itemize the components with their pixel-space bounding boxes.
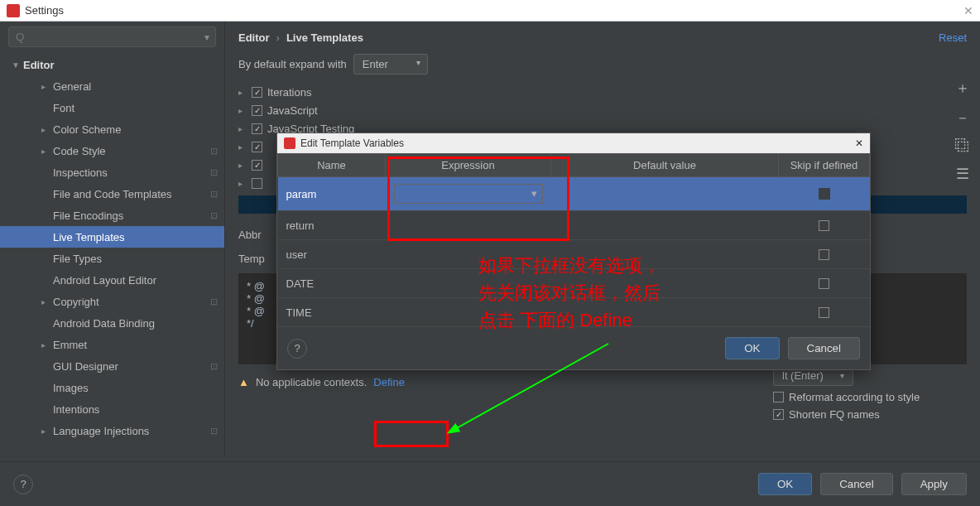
warning-text: No applicable contexts. [256, 376, 367, 388]
tree-item-live-templates[interactable]: Live Templates [0, 226, 224, 248]
help-icon[interactable]: ? [13, 475, 33, 494]
dialog-app-icon [284, 137, 295, 149]
template-group[interactable]: ▸✓JavaScript [238, 101, 967, 119]
tree-item-inspections[interactable]: Inspections⊡ [0, 161, 224, 183]
variable-row[interactable]: TIME [278, 298, 870, 327]
skip-checkbox[interactable] [819, 307, 829, 318]
breadcrumb-root: Editor [238, 31, 270, 44]
breadcrumb-sep: › [276, 31, 280, 44]
close-icon[interactable]: ✕ [963, 4, 973, 17]
apply-button[interactable]: Apply [901, 473, 967, 495]
column-header: Expression [386, 154, 551, 177]
tree-item-font[interactable]: Font [0, 97, 224, 118]
skip-checkbox[interactable] [819, 220, 829, 231]
skip-checkbox[interactable] [819, 249, 829, 260]
cancel-button[interactable]: Cancel [820, 473, 893, 495]
window-title: Settings [25, 4, 64, 17]
template-group[interactable]: ▸✓Iterations [238, 83, 967, 101]
sidebar: ▾ ▼Editor ▸GeneralFont▸Color Scheme▸Code… [0, 22, 225, 456]
settings-footer: ? OK Cancel Apply [0, 461, 980, 506]
tree-item-code-style[interactable]: ▸Code Style⊡ [0, 140, 224, 161]
app-icon [7, 4, 20, 17]
column-header: Name [278, 154, 386, 177]
tree-item-copyright[interactable]: ▸Copyright⊡ [0, 291, 224, 312]
tree-item-images[interactable]: Images [0, 377, 224, 398]
dialog-ok-button[interactable]: OK [725, 337, 779, 359]
tree-item-language-injections[interactable]: ▸Language Injections⊡ [0, 420, 224, 441]
variable-row[interactable]: user [278, 240, 870, 269]
list-icon[interactable]: ☰ [956, 165, 969, 183]
tree-item-file-and-code-templates[interactable]: File and Code Templates⊡ [0, 183, 224, 205]
add-icon[interactable]: ＋ [955, 78, 970, 98]
dialog-title: Edit Template Variables [300, 137, 404, 149]
breadcrumb-page: Live Templates [286, 31, 363, 44]
tree-item-general[interactable]: ▸General [0, 75, 224, 97]
edit-variables-dialog: Edit Template Variables ✕ NameExpression… [276, 133, 871, 370]
dialog-help-icon[interactable]: ? [287, 339, 307, 359]
tree-item-file-types[interactable]: File Types [0, 248, 224, 269]
tree-item-intentions[interactable]: Intentions [0, 398, 224, 420]
variables-table: NameExpressionDefault valueSkip if defin… [277, 153, 870, 327]
tree-item-color-scheme[interactable]: ▸Color Scheme [0, 118, 224, 140]
column-header: Default value [551, 154, 779, 177]
ok-button[interactable]: OK [758, 473, 812, 495]
tree-item-android-layout-editor[interactable]: Android Layout Editor [0, 269, 224, 291]
shorten-checkbox[interactable]: ✓ [773, 409, 784, 420]
expression-dropdown[interactable] [394, 184, 543, 204]
variable-row[interactable]: param [278, 177, 870, 211]
tree-item-gui-designer[interactable]: GUI Designer⊡ [0, 355, 224, 377]
define-link[interactable]: Define [373, 376, 405, 388]
tree-item-file-encodings[interactable]: File Encodings⊡ [0, 205, 224, 226]
window-titlebar: Settings ✕ [0, 0, 980, 22]
shorten-label: Shorten FQ names [789, 408, 880, 421]
reset-link[interactable]: Reset [939, 31, 967, 44]
column-header: Skip if defined [779, 154, 870, 177]
tree-item-emmet[interactable]: ▸Emmet [0, 334, 224, 355]
variable-row[interactable]: DATE [278, 269, 870, 298]
dialog-close-icon[interactable]: ✕ [855, 137, 863, 149]
remove-icon[interactable]: － [955, 108, 970, 128]
skip-checkbox[interactable] [819, 188, 830, 200]
tree-root-editor[interactable]: ▼Editor [0, 54, 224, 75]
template-tools: ＋ － ⿻ ☰ [945, 71, 980, 183]
variable-row[interactable]: return [278, 211, 870, 240]
skip-checkbox[interactable] [819, 278, 829, 289]
search-icon: ▾ [204, 31, 209, 43]
reformat-label: Reformat according to style [789, 391, 920, 403]
dialog-cancel-button[interactable]: Cancel [788, 337, 861, 359]
expand-label: By default expand with [238, 58, 347, 70]
warning-icon: ▲ [238, 376, 249, 388]
reformat-checkbox[interactable] [773, 392, 784, 402]
tree-item-android-data-binding[interactable]: Android Data Binding [0, 312, 224, 334]
expand-dropdown[interactable]: Enter [353, 54, 428, 75]
settings-tree: ▼Editor ▸GeneralFont▸Color Scheme▸Code S… [0, 52, 224, 443]
search-input[interactable] [8, 27, 216, 47]
copy-icon[interactable]: ⿻ [955, 137, 970, 155]
